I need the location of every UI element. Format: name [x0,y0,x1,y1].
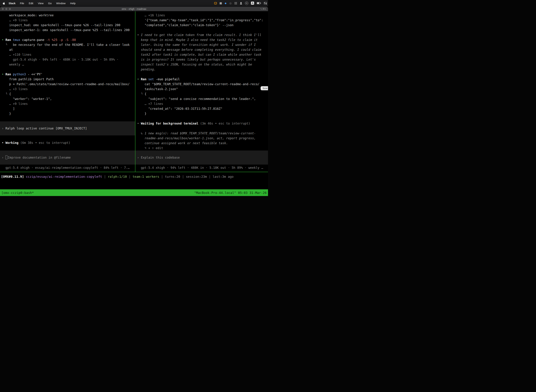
terminal-line: gpt-5.4 xhigh · 94% left · 488K in · 5.1… [0,57,135,62]
right-terminal-pane[interactable]: … +16 lines '{"team_name":"my-team","tas… [135,11,268,172]
menu-view[interactable]: View [36,2,46,5]
window-title-bar[interactable]: omx --xhigh --madmax ⌥⌘1 [0,7,268,11]
terminal-line [135,72,268,77]
terminal-line: • I need to get the claim token from the… [135,33,268,37]
terminal-line: • Working (6m 38s • esc to interrupt) [0,140,135,145]
menu-go[interactable]: Go [46,2,54,5]
terminal-line: gpt-5.4 xhigh · 94% left · 488K in · 5.1… [135,165,268,170]
terminal-line [135,126,268,131]
grid-icon[interactable]: ▦ [220,2,222,5]
menu-help[interactable]: Help [68,2,78,5]
left-terminal-pane[interactable]: workspace_mode: worktree … +9 lines insp… [0,11,135,172]
terminal-line: inspect_worker-1: omx sparkshell --tmux-… [0,28,135,33]
active-app-name[interactable]: Slack [6,2,18,5]
terminal-line: • Ran tmux capture-pane -t %25 -p -S -80 [0,37,135,42]
menu-window[interactable]: Window [54,2,68,5]
terminal-line: tasks/task-2.json" [135,87,268,92]
screen-recording-icon[interactable] [214,2,217,5]
terminal-line: ] [0,106,135,111]
spacer [0,116,135,121]
terminal-line: p = Path('.omx/state/team/review-current… [0,82,135,87]
terminal-line: … +9 lines [0,101,135,106]
terminal-line: at [0,47,135,52]
block-cursor [5,155,7,159]
window-shortcut-hint: ⌥⌘1 [260,8,266,10]
terminal-line: weekly … [0,62,135,67]
terminal-line: continue assigned work or next feasible … [135,141,268,146]
terminal-line: keep that in mind. Maybe I also need the… [135,37,268,42]
terminal-line: '{"team_name":"my-team","task_id":"1","f… [135,18,268,23]
dark-app-icon[interactable]: ● [229,1,232,5]
tmux-panes: workspace_mode: worktree … +9 lines insp… [0,11,268,172]
terminal-line: └ be necessary for the end of the README… [0,42,135,47]
terminal-line: "created_at": "2026-03-31T11:59:27.816Z" [135,106,268,111]
terminal-line: pending. [135,67,268,72]
app-grid-icon[interactable] [234,2,237,5]
battery-icon[interactable] [257,2,261,4]
diamond-icon[interactable]: ◆ [225,2,226,5]
terminal-line: └ { [0,92,135,96]
tmux-host-clock: "MacBook-Pro-44.local" 05:03 31-Mar-26 [194,191,267,195]
spacer [0,145,135,150]
terminal-line: • Waiting for background terminal (3m 46… [135,121,268,126]
terminal-line: • Ran python3 - <<'PY' [0,72,135,77]
terminal-line: "subject": "send a concise recommendatio… [135,96,268,101]
terminal-line: gpt-5.4 xhigh · essay/ai-reimplementatio… [0,165,135,170]
window-title: omx --xhigh --madmax [0,8,268,10]
spacer [0,135,135,140]
terminal-line: from pathlib import Path [0,77,135,82]
terminal-window: omx --xhigh --madmax ⌥⌘1 workspace_mode:… [0,7,268,196]
terminal-line: inspect_hud: omx sparkshell --tmux-pane … [0,23,135,28]
terminal-line: workspace_mode: worktree [0,13,135,18]
terminal-line: ⌥ + ↑ edit [135,146,268,150]
menu-bar-status-area: ▦ ◆ ● 61 A [214,0,267,6]
terminal-line: ↳ 1 new msg(s): read $OMX_TEAM_STATE_ROO… [135,131,268,136]
terminal-line: … +9 lines [0,18,135,23]
screen: Slack FileEditViewGoWindowHelp ▦ ◆ ● 61 … [0,0,268,196]
terminal-line: later. Using the same for transition mig… [135,42,268,47]
omx-status-line: [OMX#0.11.9] cczip/essay/ai-reimplementa… [0,172,268,178]
terminal-line: } [135,111,268,116]
prompt-suggestion[interactable]: › Improve documentation in @filename [0,150,135,165]
terminal-line: … +3 lines [0,87,135,92]
terminal-line: … +7 lines [135,101,268,106]
terminal-line: "completed","claim_token":"claim-token"}… [135,23,268,28]
prompt-suggestion[interactable]: › Explain this codebase [135,150,268,165]
terminal-line: readme-and-reco/mailbox/worker-1.json, a… [135,136,268,141]
terminal-line [0,33,135,37]
input-source-icon[interactable]: A [251,2,254,5]
terminal-line: } [0,111,135,116]
macos-menu-bar: Slack FileEditViewGoWindowHelp ▦ ◆ ● 61 … [0,0,268,6]
terminal-line [135,116,268,121]
menu-edit[interactable]: Edit [26,2,36,5]
screenshot-preview-overlay[interactable]: Scre [261,86,268,90]
menu-file[interactable]: File [18,2,26,5]
terminal-line: "worker": "worker-1", [0,96,135,101]
terminal-line [0,67,135,72]
tmux-session-label: [omx-cczip0:bash* [1,191,34,195]
terminal-line: should send a message before completing … [135,47,268,52]
menu-items: FileEditViewGoWindowHelp [18,2,78,5]
terminal-line: … +16 lines [135,13,268,18]
apple-icon[interactable] [2,2,5,5]
tmux-status-bar: [omx-cczip0:bash* "MacBook-Pro-44.local"… [0,189,268,196]
prompt-suggestion[interactable]: › Ralph loop active continue [OMX_TMUX_I… [0,121,135,135]
menu-bar-left: Slack FileEditViewGoWindowHelp [0,2,78,5]
control-center-icon[interactable] [264,2,267,5]
gauge-value: 61 [246,2,247,4]
gauge-icon[interactable]: 61 [245,2,248,5]
terminal-line [135,28,268,33]
terminal-line: is in progress? It seems likely but perh… [135,57,268,62]
terminal-line: └ { [135,92,268,96]
terminal-line: … +110 lines [0,52,135,57]
terminal-line: • Ran set -euo pipefail [135,77,268,82]
terminal-line: cat "$OMX_TEAM_STATE_ROOT/team/review-cu… [135,82,268,87]
profile-icon[interactable] [240,2,242,5]
terminal-line: inspect task2's JSON, focusing on the st… [135,62,268,67]
terminal-content: workspace_mode: worktree … +9 lines insp… [0,11,268,196]
terminal-line: task2 after task1 is complete, but can I… [135,52,268,57]
